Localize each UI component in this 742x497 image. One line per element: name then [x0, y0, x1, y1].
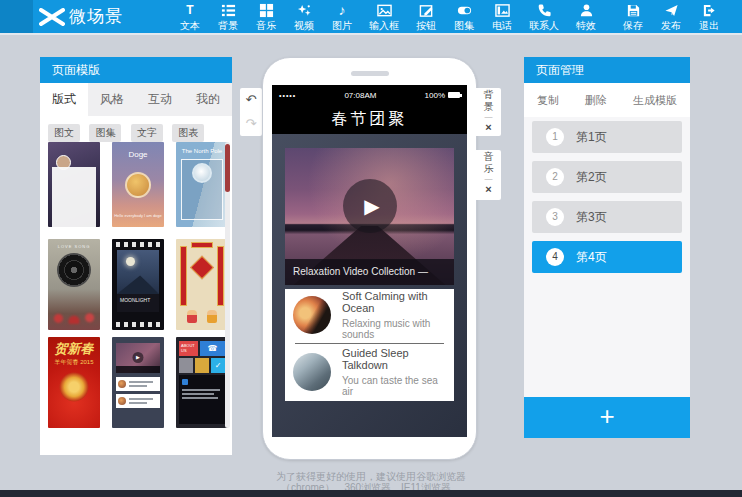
toolbar-item-button[interactable]: 按钮 [407, 3, 445, 31]
template-hexinchun[interactable]: 贺新春 羊年贺春 2015 [48, 337, 100, 428]
add-page-button[interactable]: + [524, 397, 690, 438]
list-item-subtitle: You can taste the sea air [342, 375, 446, 397]
toolbar-item-contacts[interactable]: 联系人 [521, 3, 567, 31]
toolbar-action-label: 退出 [690, 20, 728, 31]
battery-indicator: 100% [425, 91, 460, 100]
template-video-page[interactable]: ▶ [112, 337, 164, 428]
publish-button[interactable]: 发布 [652, 3, 690, 31]
page-number-badge: 1 [546, 128, 564, 146]
toolbar-item-input-box[interactable]: 输入框 [361, 3, 407, 31]
phone-screen[interactable]: ••••• 07:08AM 100% 春节团聚 ▶ Relaxation Vid… [272, 85, 467, 437]
close-icon[interactable]: × [476, 121, 501, 133]
toolbar-item-background[interactable]: 背景 [209, 3, 247, 31]
page-label: 第4页 [576, 249, 607, 266]
template-spring-couplets[interactable] [176, 239, 228, 330]
toolbar-item-image[interactable]: ♪ 图片 [323, 3, 361, 31]
gold-flower [58, 371, 90, 403]
toolbar-actions: 保存 发布 退出 [614, 3, 728, 31]
toolbar-item-music[interactable]: 音乐 [247, 3, 285, 31]
list-item[interactable]: Guided Sleep Talkdown You can taste the … [285, 346, 454, 398]
mini-video: ▶ [116, 343, 160, 373]
list-item-title: Soft Calming with Ocean [342, 290, 446, 314]
couplet-right [217, 246, 224, 306]
template-night-card[interactable] [48, 142, 100, 227]
gray-tile [179, 358, 193, 373]
template-north-pole[interactable]: The North Pole [176, 142, 228, 227]
filter-chart[interactable]: 图表 [172, 124, 204, 142]
toolbar-item-text[interactable]: T 文本 [171, 3, 209, 31]
toolbar-item-video[interactable]: 视频 [285, 3, 323, 31]
make-template-button[interactable]: 生成模版 [633, 93, 677, 108]
page-number-badge: 3 [546, 208, 564, 226]
toolbar-item-label: 音乐 [247, 20, 285, 31]
mini-list-row [116, 377, 160, 391]
scrollbar-thumb[interactable] [225, 144, 230, 192]
exit-button[interactable]: 退出 [690, 3, 728, 31]
template-doge[interactable]: Doge Hello everybody I am doge [112, 142, 164, 227]
save-button[interactable]: 保存 [614, 3, 652, 31]
toolbar-item-label: 文本 [171, 20, 209, 31]
signal-dots: ••••• [279, 92, 296, 99]
toolbar-item-label: 视频 [285, 20, 323, 31]
template-love-song[interactable]: LOVE SONG [48, 239, 100, 330]
red-banner [191, 242, 213, 248]
sparkle-icon [285, 3, 323, 18]
toolbar-item-label: 特效 [567, 20, 605, 31]
film-holes [114, 322, 162, 327]
element-tab-music[interactable]: 音 乐 — × [476, 150, 501, 200]
template-moonlight[interactable]: MOONLIGHT [112, 239, 164, 330]
undo-icon[interactable]: ↶ [240, 88, 262, 112]
page-item-4-active[interactable]: 4 第4页 [532, 241, 682, 273]
fu-diamond [190, 255, 214, 279]
template-grid: Doge Hello everybody I am doge The North… [40, 142, 232, 455]
gold-tile [195, 358, 209, 373]
list-item-photo [293, 353, 331, 391]
doge-photo [125, 172, 151, 198]
edit-icon [407, 3, 445, 18]
toolbar-item-label: 图集 [445, 20, 483, 31]
status-time: 07:08AM [296, 91, 424, 100]
text-card [52, 167, 96, 227]
element-tab-background[interactable]: 背 景 — × [476, 88, 501, 136]
tab-mine[interactable]: 我的 [184, 83, 232, 116]
toolbar-item-phone[interactable]: 电话 [483, 3, 521, 31]
filter-text[interactable]: 文字 [131, 124, 163, 142]
toolbar-item-label: 联系人 [521, 20, 567, 31]
page-number-badge: 2 [546, 168, 564, 186]
redo-icon[interactable]: ↷ [240, 112, 262, 136]
template-tabs: 版式 风格 互动 我的 [40, 83, 232, 116]
moon [126, 257, 135, 266]
list-item[interactable]: Soft Calming with Ocean Relaxing music w… [285, 289, 454, 341]
tab-layout[interactable]: 版式 [40, 83, 88, 116]
toolbar-item-label: 输入框 [361, 20, 407, 31]
page-label: 第1页 [576, 129, 607, 146]
check-tile: ✓ [211, 358, 225, 373]
phone-tile: ☎ [200, 341, 225, 356]
template-title: The North Pole [176, 148, 228, 154]
page-item-1[interactable]: 1 第1页 [532, 121, 682, 153]
toolbar-item-gallery[interactable]: 图集 [445, 3, 483, 31]
toolbar-corner [0, 0, 33, 33]
page-item-2[interactable]: 2 第2页 [532, 161, 682, 193]
top-toolbar: 微场景 T 文本 背景 音乐 视频 ♪ 图片 [0, 0, 742, 35]
close-icon[interactable]: × [476, 183, 501, 195]
video-player[interactable]: ▶ Relaxation Video Collection — [285, 148, 454, 285]
page-item-3[interactable]: 3 第3页 [532, 201, 682, 233]
delete-button[interactable]: 删除 [585, 93, 607, 108]
template-title: LOVE SONG [48, 244, 100, 249]
tab-style[interactable]: 风格 [88, 83, 136, 116]
tab-interactive[interactable]: 互动 [136, 83, 184, 116]
red-flowers [48, 310, 100, 324]
template-panel: 页面模版 版式 风格 互动 我的 图文 图集 文字 图表 Doge Hello … [40, 57, 232, 455]
template-metro-tiles[interactable]: ABOUT US ☎ ✓ [176, 337, 228, 428]
filter-image-text[interactable]: 图文 [48, 124, 80, 142]
panel-scrollbar[interactable] [225, 142, 230, 428]
about-tile: ABOUT US [179, 341, 198, 356]
page-label: 第2页 [576, 169, 607, 186]
toolbar-item-effects[interactable]: 特效 [567, 3, 605, 31]
filter-gallery[interactable]: 图集 [89, 124, 121, 142]
play-button[interactable]: ▶ [343, 179, 397, 233]
toolbar-action-label: 保存 [614, 20, 652, 31]
copy-button[interactable]: 复制 [537, 93, 559, 108]
template-title: Doge [112, 150, 164, 159]
